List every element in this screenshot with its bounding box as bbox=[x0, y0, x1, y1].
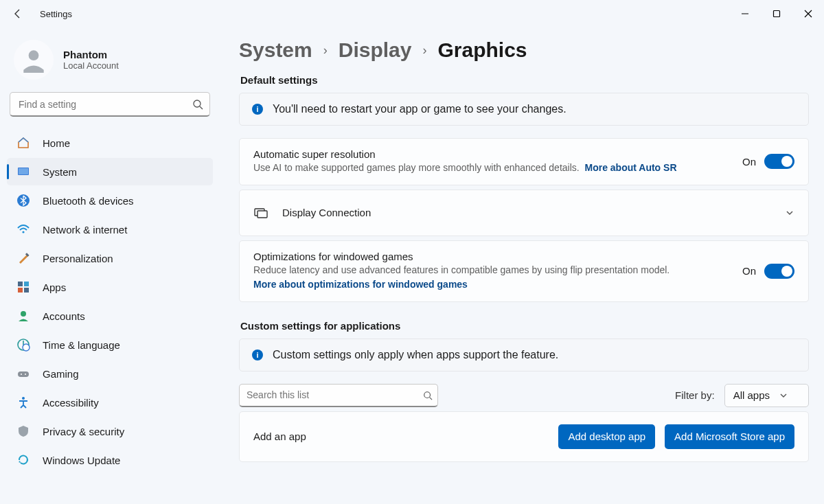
info-text: Custom settings only apply when apps sup… bbox=[273, 349, 558, 361]
brush-icon bbox=[16, 251, 30, 265]
app-list-search[interactable] bbox=[239, 384, 438, 407]
filter-value: All apps bbox=[733, 389, 770, 401]
add-desktop-app-button[interactable]: Add desktop app bbox=[558, 424, 655, 449]
chevron-right-icon: › bbox=[323, 43, 328, 58]
windowed-opt-toggle[interactable] bbox=[764, 264, 794, 279]
svg-point-2 bbox=[29, 50, 39, 60]
sidebar-item-label: System bbox=[43, 166, 77, 178]
back-button[interactable] bbox=[10, 5, 26, 22]
sidebar-item-network[interactable]: Network & internet bbox=[7, 216, 213, 243]
search-icon bbox=[192, 99, 203, 110]
sidebar-item-label: Network & internet bbox=[43, 224, 127, 236]
sidebar-item-accounts[interactable]: Accounts bbox=[7, 302, 213, 330]
setting-title: Display Connection bbox=[282, 207, 371, 218]
section-custom-settings: Custom settings for applications bbox=[240, 320, 809, 332]
sidebar-item-update[interactable]: Windows Update bbox=[7, 446, 213, 474]
svg-rect-13 bbox=[24, 288, 29, 293]
svg-rect-1 bbox=[774, 11, 780, 17]
custom-info-banner: i Custom settings only apply when apps s… bbox=[239, 339, 809, 371]
main-content: System › Display › Graphics Default sett… bbox=[220, 27, 824, 504]
list-search-input[interactable] bbox=[239, 384, 438, 407]
sidebar-item-apps[interactable]: Apps bbox=[7, 273, 213, 301]
setting-windowed-optimizations: Optimizations for windowed games Reduce … bbox=[239, 240, 809, 302]
sidebar-item-label: Personalization bbox=[43, 253, 113, 264]
minimize-button[interactable] bbox=[729, 0, 761, 27]
search-input[interactable] bbox=[10, 92, 210, 117]
bluetooth-icon bbox=[16, 194, 30, 207]
maximize-button[interactable] bbox=[761, 0, 792, 27]
shield-icon bbox=[16, 424, 30, 438]
breadcrumb-system[interactable]: System bbox=[239, 38, 312, 62]
person-icon bbox=[16, 309, 30, 323]
setting-auto-sr: Automatic super resolution Use AI to mak… bbox=[239, 138, 809, 185]
info-text: You'll need to restart your app or game … bbox=[273, 103, 566, 115]
user-sub: Local Account bbox=[63, 60, 119, 71]
display-connection-icon bbox=[253, 205, 268, 220]
user-block[interactable]: Phantom Local Account bbox=[7, 33, 213, 92]
svg-rect-11 bbox=[24, 282, 29, 286]
svg-point-14 bbox=[21, 311, 26, 317]
sidebar-item-bluetooth[interactable]: Bluetooth & devices bbox=[7, 187, 213, 214]
search-icon bbox=[423, 391, 433, 400]
section-default-settings: Default settings bbox=[240, 74, 809, 86]
svg-line-24 bbox=[430, 397, 433, 400]
sidebar-item-personalization[interactable]: Personalization bbox=[7, 244, 213, 272]
info-icon: i bbox=[252, 104, 263, 115]
window-controls bbox=[729, 0, 824, 27]
apps-icon bbox=[16, 280, 30, 294]
system-icon bbox=[16, 165, 30, 179]
sidebar-item-system[interactable]: System bbox=[7, 158, 213, 185]
sidebar-item-gaming[interactable]: Gaming bbox=[7, 360, 213, 387]
svg-point-19 bbox=[25, 374, 26, 375]
breadcrumb: System › Display › Graphics bbox=[239, 38, 809, 62]
setting-title: Optimizations for windowed games bbox=[253, 251, 730, 262]
accessibility-icon bbox=[16, 396, 30, 409]
toggle-state-label: On bbox=[742, 156, 756, 168]
sidebar-item-label: Gaming bbox=[43, 368, 79, 380]
svg-rect-12 bbox=[18, 288, 23, 293]
sidebar-item-label: Time & language bbox=[43, 339, 120, 351]
sidebar-item-time[interactable]: Time & language bbox=[7, 331, 213, 358]
filter-row: Filter by: All apps bbox=[239, 384, 809, 407]
sidebar-item-home[interactable]: Home bbox=[7, 129, 213, 157]
sidebar-item-label: Home bbox=[43, 137, 70, 149]
filter-label: Filter by: bbox=[675, 389, 715, 401]
svg-point-16 bbox=[23, 344, 30, 351]
setting-display-connection[interactable]: Display Connection bbox=[239, 190, 809, 236]
setting-description: Use AI to make supported games play more… bbox=[253, 161, 730, 175]
chevron-down-icon bbox=[785, 208, 794, 218]
chevron-right-icon: › bbox=[422, 43, 426, 58]
add-app-label: Add an app bbox=[253, 431, 306, 442]
sidebar-item-accessibility[interactable]: Accessibility bbox=[7, 389, 213, 416]
chevron-down-icon bbox=[779, 391, 788, 400]
toggle-state-label: On bbox=[742, 265, 756, 277]
sidebar-item-label: Accessibility bbox=[43, 397, 99, 409]
sidebar-item-label: Accounts bbox=[43, 310, 85, 322]
svg-line-4 bbox=[200, 106, 203, 109]
filter-dropdown[interactable]: All apps bbox=[724, 384, 809, 407]
svg-point-18 bbox=[21, 374, 22, 375]
add-store-app-button[interactable]: Add Microsoft Store app bbox=[665, 424, 794, 449]
info-icon: i bbox=[252, 350, 263, 360]
breadcrumb-current: Graphics bbox=[437, 38, 527, 62]
windowed-opt-link[interactable]: More about optimizations for windowed ga… bbox=[253, 278, 730, 292]
restart-info-banner: i You'll need to restart your app or gam… bbox=[239, 93, 809, 126]
auto-sr-link[interactable]: More about Auto SR bbox=[584, 162, 676, 173]
add-app-card: Add an app Add desktop app Add Microsoft… bbox=[239, 411, 809, 462]
nav: Home System Bluetooth & devices Network … bbox=[7, 129, 213, 474]
window-title: Settings bbox=[40, 9, 72, 19]
sidebar-item-label: Bluetooth & devices bbox=[43, 195, 134, 207]
svg-point-3 bbox=[194, 100, 201, 107]
svg-rect-17 bbox=[18, 371, 29, 377]
settings-search[interactable] bbox=[10, 92, 210, 117]
sidebar-item-label: Windows Update bbox=[43, 455, 120, 466]
breadcrumb-display[interactable]: Display bbox=[339, 38, 412, 62]
sidebar-item-label: Apps bbox=[43, 282, 66, 293]
home-icon bbox=[16, 136, 30, 150]
sidebar: Phantom Local Account Home System Blueto… bbox=[0, 27, 220, 504]
close-button[interactable] bbox=[792, 0, 824, 27]
sidebar-item-privacy[interactable]: Privacy & security bbox=[7, 417, 213, 445]
auto-sr-toggle[interactable] bbox=[764, 154, 794, 169]
sidebar-item-label: Privacy & security bbox=[43, 426, 124, 437]
update-icon bbox=[16, 453, 30, 467]
